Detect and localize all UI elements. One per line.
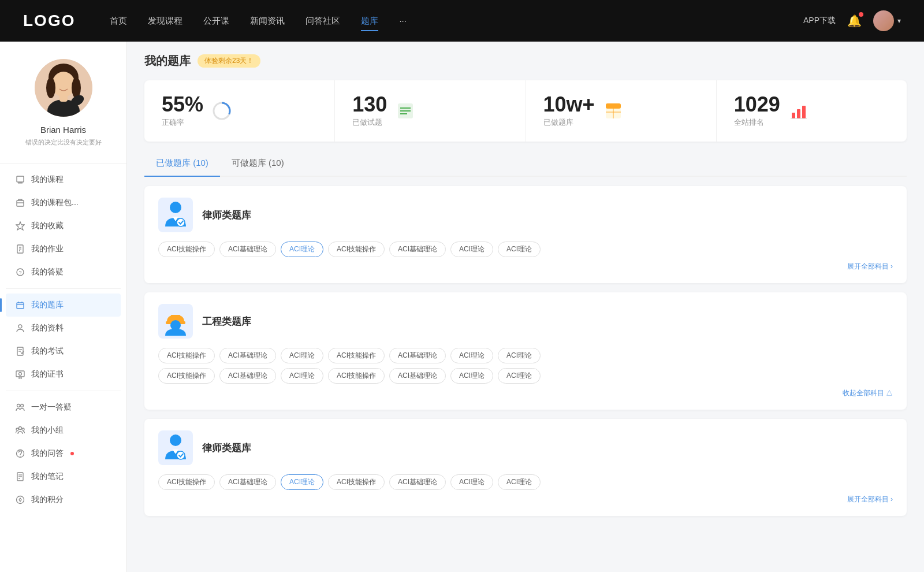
- tag-1-1[interactable]: ACI基础理论: [219, 242, 276, 257]
- qbank-tags-2-row2: ACI技能操作 ACI基础理论 ACI理论 ACI技能操作 ACI基础理论 AC…: [158, 368, 893, 384]
- svg-rect-9: [18, 183, 23, 184]
- svg-rect-6: [59, 95, 68, 102]
- stat-accuracy-label: 正确率: [162, 117, 203, 128]
- stat-banks-label: 已做题库: [543, 117, 595, 128]
- sidebar-item-cert[interactable]: 我的证书: [6, 363, 121, 386]
- stat-rank-number: 1029: [734, 94, 780, 115]
- tag-3-6[interactable]: ACI理论: [498, 474, 541, 490]
- stat-accuracy-number: 55%: [162, 94, 203, 115]
- svg-rect-52: [792, 113, 795, 118]
- stat-questions-label: 已做试题: [352, 117, 387, 128]
- tag-1-6[interactable]: ACI理论: [498, 242, 541, 257]
- svg-rect-59: [171, 315, 180, 317]
- svg-point-2: [52, 72, 75, 97]
- sidebar-item-group[interactable]: 我的小组: [6, 419, 121, 442]
- tag-2-r2-3[interactable]: ACI技能操作: [328, 368, 385, 384]
- nav-bank[interactable]: 题库: [361, 13, 378, 29]
- bank-label: 我的题库: [31, 300, 64, 310]
- tag-2-r2-1[interactable]: ACI基础理论: [219, 368, 276, 384]
- tag-2-r2-5[interactable]: ACI理论: [450, 368, 493, 384]
- tab-done[interactable]: 已做题库 (10): [144, 153, 220, 176]
- sidebar-item-course[interactable]: 我的课程: [6, 168, 121, 191]
- nav-home[interactable]: 首页: [110, 13, 127, 29]
- stat-banks: 10w+ 已做题库: [526, 80, 717, 142]
- favorites-label: 我的收藏: [31, 221, 64, 231]
- tag-2-r2-4[interactable]: ACI基础理论: [389, 368, 446, 384]
- app-download-button[interactable]: APP下载: [803, 16, 836, 26]
- tag-3-1[interactable]: ACI基础理论: [219, 474, 276, 490]
- svg-point-32: [16, 428, 18, 430]
- tag-3-0[interactable]: ACI技能操作: [158, 474, 215, 490]
- tag-2-r2-0[interactable]: ACI技能操作: [158, 368, 215, 384]
- sidebar-item-favorites[interactable]: 我的收藏: [6, 214, 121, 237]
- qbank-title-2: 工程类题库: [202, 315, 251, 328]
- nav-qa[interactable]: 问答社区: [305, 13, 340, 29]
- tag-2-3[interactable]: ACI技能操作: [328, 348, 385, 363]
- tag-2-r2-6[interactable]: ACI理论: [498, 368, 541, 384]
- tag-1-4[interactable]: ACI基础理论: [389, 242, 446, 257]
- tag-1-3[interactable]: ACI技能操作: [328, 242, 385, 257]
- notification-bell-icon[interactable]: 🔔: [847, 14, 862, 28]
- tag-2-0[interactable]: ACI技能操作: [158, 348, 215, 363]
- package-label: 我的课程包...: [31, 198, 79, 208]
- sidebar-item-notes[interactable]: 我的笔记: [6, 465, 121, 488]
- tag-2-5[interactable]: ACI理论: [450, 348, 493, 363]
- tag-2-1[interactable]: ACI基础理论: [219, 348, 276, 363]
- collapse-link-2[interactable]: 收起全部科目 △: [158, 388, 893, 398]
- svg-point-57: [177, 218, 185, 226]
- nav-discover[interactable]: 发现课程: [148, 13, 182, 29]
- list-icon: [395, 101, 416, 121]
- nav-more[interactable]: ···: [399, 13, 407, 29]
- nav-open[interactable]: 公开课: [203, 13, 229, 29]
- tag-2-r2-2[interactable]: ACI理论: [281, 368, 323, 384]
- tag-3-5[interactable]: ACI理论: [450, 474, 493, 490]
- sidebar-item-one2one[interactable]: 一对一答疑: [6, 396, 121, 419]
- avatar-image-svg: [35, 59, 92, 117]
- tag-2-6[interactable]: ACI理论: [498, 348, 541, 363]
- stat-rank-label: 全站排名: [734, 117, 780, 128]
- sidebar-item-bank[interactable]: 我的题库: [6, 294, 121, 317]
- tag-2-2[interactable]: ACI理论: [281, 348, 323, 363]
- sidebar-item-homework[interactable]: 我的作业: [6, 237, 121, 261]
- profile-avatar: [35, 59, 92, 117]
- sidebar-item-myqa[interactable]: 我的问答: [6, 442, 121, 465]
- user-avatar-button[interactable]: ▾: [873, 10, 901, 31]
- tag-1-5[interactable]: ACI理论: [450, 242, 493, 257]
- main-content: 我的题库 体验剩余23天！ 55% 正确率: [127, 42, 924, 572]
- page-title: 我的题库: [144, 53, 191, 69]
- tag-1-0[interactable]: ACI技能操作: [158, 242, 215, 257]
- qbank-title-3: 律师类题库: [202, 441, 251, 455]
- qbank-icon-lawyer-1: [158, 198, 193, 232]
- title-row: 我的题库 体验剩余23天！: [144, 53, 907, 69]
- sidebar-item-points[interactable]: 我的积分: [6, 488, 121, 511]
- sidebar-divider-1: [0, 163, 126, 164]
- profile-label: 我的资料: [31, 323, 64, 333]
- profile-icon: [15, 323, 25, 333]
- svg-point-23: [18, 325, 22, 328]
- notes-label: 我的笔记: [31, 471, 64, 482]
- points-label: 我的积分: [31, 495, 64, 505]
- expand-link-1[interactable]: 展开全部科目 ›: [158, 262, 893, 272]
- stats-row: 55% 正确率 130 已做试题: [144, 80, 907, 142]
- sidebar-item-profile[interactable]: 我的资料: [6, 317, 121, 340]
- myqa-label: 我的问答: [31, 448, 64, 459]
- nav-news[interactable]: 新闻资讯: [250, 13, 285, 29]
- expand-link-3[interactable]: 展开全部科目 ›: [158, 495, 893, 504]
- sidebar-item-qa[interactable]: ? 我的答疑: [6, 261, 121, 284]
- tab-available[interactable]: 可做题库 (10): [220, 153, 296, 176]
- svg-marker-12: [16, 222, 24, 230]
- tag-1-2[interactable]: ACI理论: [281, 242, 323, 257]
- qbank-card-3: 律师类题库 ACI技能操作 ACI基础理论 ACI理论 ACI技能操作 ACI基…: [144, 419, 907, 516]
- qbank-header-1: 律师类题库: [158, 198, 893, 232]
- sidebar-item-package[interactable]: 我的课程包...: [6, 191, 121, 214]
- bar-chart-icon: [788, 101, 809, 121]
- tag-3-2[interactable]: ACI理论: [281, 474, 323, 490]
- group-icon: [15, 425, 25, 436]
- tag-3-4[interactable]: ACI基础理论: [389, 474, 446, 490]
- svg-point-56: [170, 202, 181, 213]
- sidebar-item-exam[interactable]: 我的考试: [6, 340, 121, 363]
- tag-3-3[interactable]: ACI技能操作: [328, 474, 385, 490]
- page-wrapper: Brian Harris 错误的决定比没有决定要好 我的课程 我的课程包...: [0, 0, 924, 572]
- note-icon: [15, 471, 25, 482]
- tag-2-4[interactable]: ACI基础理论: [389, 348, 446, 363]
